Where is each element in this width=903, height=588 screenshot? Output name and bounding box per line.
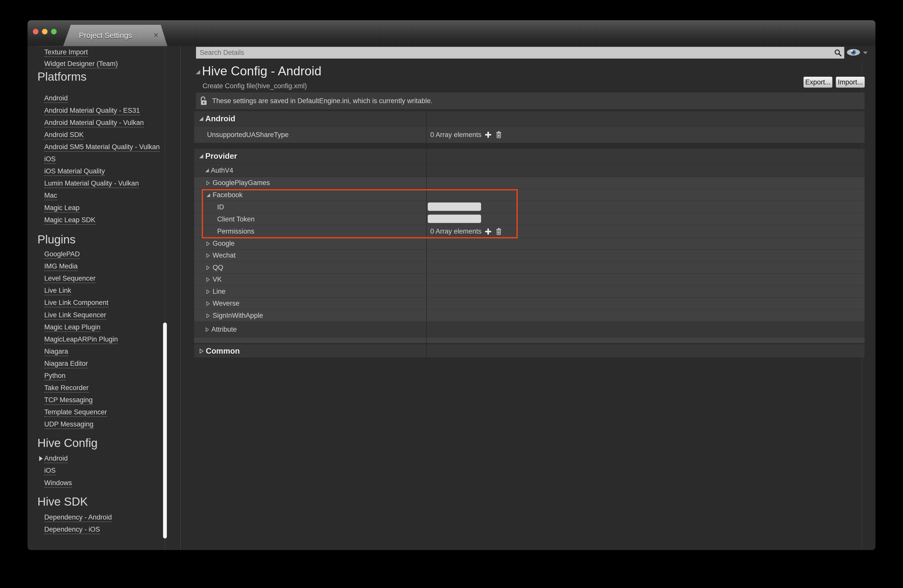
- sidebar-scrollbar-thumb[interactable]: [163, 322, 167, 538]
- property-label: Wechat: [212, 250, 236, 261]
- property-label: Attribute: [211, 322, 237, 338]
- sidebar-item-live-link[interactable]: Live Link: [44, 285, 71, 297]
- tab-close-icon[interactable]: ✕: [153, 31, 159, 39]
- property-row-line[interactable]: Line: [194, 285, 865, 297]
- add-array-element-icon[interactable]: [485, 228, 492, 235]
- sidebar-item-magic-leap[interactable]: Magic Leap: [44, 202, 80, 214]
- sidebar-item-android-sm5-material-quality-vulkan[interactable]: Android SM5 Material Quality - Vulkan: [44, 141, 160, 153]
- zoom-window-button[interactable]: [51, 29, 57, 35]
- sidebar-item-lumin-material-quality-vulkan[interactable]: Lumin Material Quality - Vulkan: [44, 177, 139, 189]
- property-label: GooglePlayGames: [212, 177, 270, 189]
- sidebar-item-magicleaparpin-plugin[interactable]: MagicLeapARPin Plugin: [44, 333, 118, 345]
- property-row-googleplaygames[interactable]: GooglePlayGames: [194, 177, 865, 189]
- property-row-authv4[interactable]: AuthV4: [194, 164, 865, 177]
- property-row-facebook-client-token[interactable]: Client Token: [194, 213, 865, 225]
- section-row-common[interactable]: Common: [194, 344, 865, 358]
- expanded-arrow-icon[interactable]: [199, 154, 204, 159]
- sidebar-group-hive-config: Hive Config: [38, 435, 98, 451]
- section-row-provider[interactable]: Provider: [194, 149, 865, 164]
- property-row-wechat[interactable]: Wechat: [194, 250, 865, 261]
- sidebar-item-udp-messaging[interactable]: UDP Messaging: [44, 418, 94, 430]
- property-label: UnsupportedUAShareType: [207, 126, 289, 143]
- property-label: ID: [217, 201, 224, 213]
- collapsed-arrow-icon[interactable]: [199, 349, 204, 354]
- clear-array-icon[interactable]: [496, 228, 502, 235]
- sidebar-item-ios-material-quality[interactable]: iOS Material Quality: [44, 165, 105, 177]
- window-content: Texture Import Widget Designer (Team) Pl…: [28, 46, 875, 550]
- expanded-arrow-icon[interactable]: [199, 116, 204, 121]
- close-window-button[interactable]: [33, 29, 38, 35]
- search-input[interactable]: [196, 47, 835, 58]
- sidebar-item-dependency-ios[interactable]: Dependency - iOS: [44, 523, 100, 535]
- collapsed-arrow-icon[interactable]: [206, 181, 210, 185]
- property-row-facebook-id[interactable]: ID: [194, 201, 865, 213]
- sidebar-item-ios[interactable]: iOS: [44, 153, 56, 165]
- sidebar-item-niagara-editor[interactable]: Niagara Editor: [44, 357, 88, 369]
- property-label: Line: [212, 285, 225, 297]
- sidebar-item-template-sequencer[interactable]: Template Sequencer: [44, 406, 107, 418]
- sidebar-item-magic-leap-plugin[interactable]: Magic Leap Plugin: [44, 321, 101, 333]
- sidebar-item-android[interactable]: Android: [44, 92, 68, 104]
- sidebar-item-android-material-quality-vulkan[interactable]: Android Material Quality - Vulkan: [44, 116, 144, 129]
- collapsed-arrow-icon[interactable]: [206, 277, 210, 282]
- property-row-unsupporteduasharetype[interactable]: UnsupportedUAShareType 0 Array elements: [194, 126, 865, 143]
- collapsed-arrow-icon[interactable]: [206, 301, 210, 306]
- sidebar-item-level-sequencer[interactable]: Level Sequencer: [44, 272, 96, 285]
- property-label: AuthV4: [211, 164, 233, 177]
- property-row-facebook-permissions[interactable]: Permissions 0 Array elements: [194, 225, 865, 237]
- sidebar-item-img-media[interactable]: IMG Media: [44, 260, 78, 272]
- search-details-bar[interactable]: [196, 47, 844, 59]
- section-row-android[interactable]: Android: [194, 111, 865, 126]
- collapsed-arrow-icon[interactable]: [206, 313, 210, 318]
- collapsed-arrow-icon[interactable]: [206, 266, 210, 270]
- property-row-facebook[interactable]: Facebook: [194, 189, 865, 201]
- tab-project-settings[interactable]: Project Settings ✕: [63, 25, 167, 46]
- sidebar-item-googlepad[interactable]: GooglePAD: [44, 248, 80, 260]
- add-array-element-icon[interactable]: [485, 131, 492, 138]
- sidebar-item-android-material-quality-es31[interactable]: Android Material Quality - ES31: [44, 104, 140, 116]
- minimize-window-button[interactable]: [42, 29, 47, 35]
- sidebar-item-live-link-component[interactable]: Live Link Component: [44, 297, 109, 309]
- expanded-arrow-icon[interactable]: [205, 168, 209, 173]
- eye-icon: [846, 49, 861, 56]
- clear-array-icon[interactable]: [496, 131, 502, 138]
- tab-label: Project Settings: [79, 31, 132, 40]
- sidebar-item-live-link-sequencer[interactable]: Live Link Sequencer: [44, 309, 106, 321]
- view-options-dropdown-icon[interactable]: [863, 52, 868, 54]
- sidebar-item-android-sdk[interactable]: Android SDK: [44, 129, 84, 141]
- property-row-signinwithapple[interactable]: SignInWithApple: [194, 310, 865, 322]
- view-options-button[interactable]: [846, 49, 861, 56]
- property-row-attribute[interactable]: Attribute: [194, 322, 865, 338]
- section-label: Common: [206, 344, 240, 358]
- search-icon[interactable]: [834, 49, 842, 57]
- property-row-qq[interactable]: QQ: [194, 261, 865, 274]
- sidebar-item-mac[interactable]: Mac: [44, 189, 57, 201]
- property-row-weverse[interactable]: Weverse: [194, 297, 865, 310]
- sidebar-item-niagara[interactable]: Niagara: [44, 345, 68, 357]
- page-collapse-arrow-icon[interactable]: [195, 69, 201, 75]
- facebook-client-token-input[interactable]: [428, 215, 481, 223]
- collapsed-arrow-icon[interactable]: [206, 289, 210, 294]
- sidebar-item-magic-leap-sdk[interactable]: Magic Leap SDK: [44, 214, 96, 226]
- sidebar-item-texture-import[interactable]: Texture Import: [44, 46, 88, 58]
- facebook-id-input[interactable]: [428, 203, 481, 211]
- sidebar-item-dependency-android[interactable]: Dependency - Android: [44, 511, 112, 523]
- property-row-google[interactable]: Google: [194, 237, 865, 250]
- collapsed-arrow-icon[interactable]: [205, 327, 209, 332]
- sidebar-item-hive-config-android[interactable]: Android: [44, 452, 68, 464]
- sidebar-item-take-recorder[interactable]: Take Recorder: [44, 382, 89, 394]
- sidebar-item-widget-designer-team[interactable]: Widget Designer (Team): [44, 58, 118, 70]
- export-button[interactable]: Export...: [803, 77, 832, 88]
- property-row-vk[interactable]: VK: [194, 274, 865, 285]
- collapsed-arrow-icon[interactable]: [206, 253, 210, 258]
- collapsed-arrow-icon[interactable]: [206, 241, 210, 246]
- notice-text: These settings are saved in DefaultEngin…: [212, 93, 433, 109]
- expanded-arrow-icon[interactable]: [206, 193, 211, 197]
- config-writable-notice: These settings are saved in DefaultEngin…: [196, 93, 865, 109]
- sidebar-item-hive-config-ios[interactable]: iOS: [44, 464, 56, 476]
- name-value-column-divider[interactable]: [426, 111, 427, 358]
- import-button[interactable]: Import...: [836, 77, 865, 88]
- sidebar-item-python[interactable]: Python: [44, 369, 66, 382]
- sidebar-item-tcp-messaging[interactable]: TCP Messaging: [44, 394, 93, 406]
- sidebar-item-hive-config-windows[interactable]: Windows: [44, 477, 72, 489]
